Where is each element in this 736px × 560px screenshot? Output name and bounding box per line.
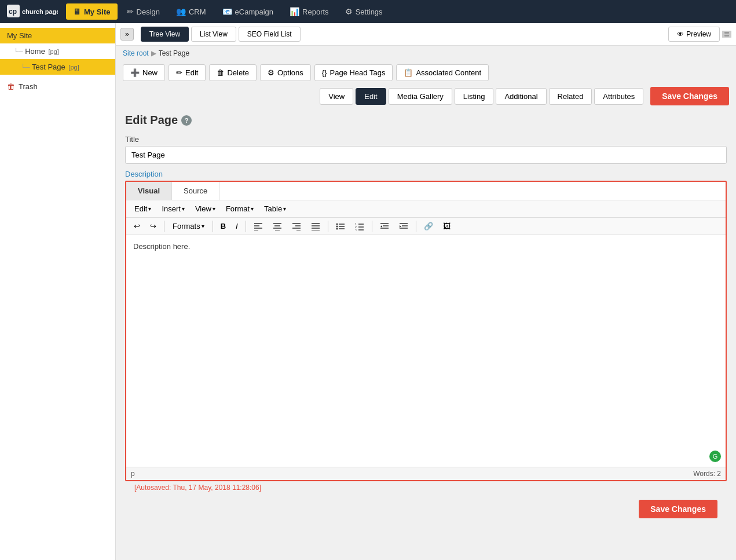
- image-button[interactable]: 🖼: [439, 220, 455, 232]
- preview-button[interactable]: 👁 Preview: [668, 27, 720, 42]
- tab-media-gallery[interactable]: Media Gallery: [389, 88, 452, 105]
- associated-content-icon: 📋: [404, 68, 413, 77]
- unordered-list-button[interactable]: [332, 221, 349, 232]
- main-layout: My Site └─ Home [pg] └─ Test Page [pg] 🗑…: [0, 23, 736, 560]
- toolbar-separator-3: [246, 221, 246, 232]
- svg-text:3.: 3.: [355, 228, 357, 230]
- associated-content-button[interactable]: 📋 Associated Content: [396, 64, 489, 81]
- align-left-button[interactable]: [250, 221, 267, 232]
- editor-word-count: Words: 2: [693, 470, 721, 478]
- undo-button[interactable]: ↩: [130, 220, 144, 232]
- view-tabs-bar: » Tree View List View SEO Field List 👁 P…: [116, 23, 736, 46]
- save-changes-button-bottom[interactable]: Save Changes: [639, 500, 717, 518]
- editor-menu-format[interactable]: Format ▾: [221, 203, 258, 215]
- page-head-tags-button[interactable]: {} Page Head Tags: [314, 64, 393, 81]
- sidebar-label-my-site: My Site: [7, 31, 32, 40]
- tab-attributes[interactable]: Attributes: [594, 88, 643, 105]
- tab-view[interactable]: View: [320, 88, 353, 105]
- align-justify-button[interactable]: [307, 221, 324, 232]
- sidebar-item-my-site[interactable]: My Site: [0, 28, 115, 43]
- new-icon: ➕: [130, 68, 140, 77]
- editor-toolbar-menus: Edit ▾ Insert ▾ View ▾ Format ▾: [126, 200, 726, 218]
- nav-design[interactable]: ✏ Design: [120, 3, 167, 20]
- autosave-bar: [Autosaved: Thu, 17 May, 2018 11:28:06]: [125, 481, 727, 494]
- title-input[interactable]: [125, 146, 727, 164]
- tab-tree-view[interactable]: Tree View: [141, 27, 189, 42]
- new-button[interactable]: ➕ New: [123, 64, 165, 81]
- scrollbar-handle[interactable]: [722, 31, 731, 38]
- breadcrumb: Site root ▶ Test Page: [116, 46, 736, 61]
- grammarly-icon: G: [709, 451, 721, 462]
- chevron-down-icon: ▾: [202, 223, 204, 229]
- tab-seo-field-list[interactable]: SEO Field List: [239, 27, 301, 42]
- indent-button[interactable]: [395, 221, 412, 232]
- nav-my-site[interactable]: 🖥 My Site: [66, 3, 118, 20]
- svg-text:cp: cp: [9, 8, 17, 16]
- tab-edit[interactable]: Edit: [356, 88, 386, 105]
- outdent-button[interactable]: [376, 221, 393, 232]
- toolbar-separator-6: [416, 221, 416, 232]
- chevron-down-icon: ▾: [148, 206, 151, 212]
- editor-menu-edit[interactable]: Edit ▾: [130, 203, 156, 215]
- page-tabs-row: View Edit Media Gallery Listing Addition…: [116, 85, 736, 108]
- svg-marker-38: [400, 225, 401, 228]
- tab-list-view[interactable]: List View: [191, 27, 236, 42]
- sidebar-item-test-page[interactable]: └─ Test Page [pg]: [0, 59, 115, 75]
- options-icon: ⚙: [268, 68, 274, 77]
- settings-icon: ⚙: [345, 7, 353, 16]
- autosave-text: [Autosaved: Thu, 17 May, 2018 11:28:06]: [134, 484, 261, 492]
- editor-menu-view[interactable]: View ▾: [191, 203, 220, 215]
- options-button[interactable]: ⚙ Options: [260, 64, 311, 81]
- preview-icon: 👁: [677, 30, 684, 38]
- align-center-button[interactable]: [269, 221, 286, 232]
- description-label[interactable]: Description: [125, 170, 727, 178]
- editor-menu-table[interactable]: Table ▾: [259, 203, 291, 215]
- link-button[interactable]: 🔗: [420, 220, 437, 232]
- editor-tab-source[interactable]: Source: [172, 182, 219, 200]
- sidebar-item-trash[interactable]: 🗑 Trash: [0, 77, 115, 96]
- trash-icon: 🗑: [7, 82, 15, 91]
- toolbar-separator-5: [372, 221, 372, 232]
- top-navigation: cp church pages 🖥 My Site ✏ Design 👥 CRM…: [0, 0, 736, 23]
- collapse-button[interactable]: »: [120, 28, 134, 41]
- formats-dropdown[interactable]: Formats ▾: [168, 220, 209, 232]
- chevron-down-icon: ▾: [182, 206, 185, 212]
- italic-button[interactable]: I: [232, 220, 242, 232]
- nav-ecampaign[interactable]: 📧 eCampaign: [215, 3, 281, 20]
- save-changes-button-top[interactable]: Save Changes: [650, 87, 729, 105]
- editor-statusbar: p Words: 2: [126, 467, 726, 480]
- tab-additional[interactable]: Additional: [496, 88, 546, 105]
- tab-related[interactable]: Related: [549, 88, 592, 105]
- bottom-save-row: Save Changes: [125, 494, 727, 524]
- delete-icon: 🗑: [217, 68, 224, 77]
- tab-listing[interactable]: Listing: [455, 88, 494, 105]
- chevron-down-icon: ▾: [251, 206, 254, 212]
- page-head-tags-icon: {}: [322, 68, 327, 77]
- editor-menu-insert[interactable]: Insert ▾: [157, 203, 189, 215]
- editor-content[interactable]: Description here. G: [126, 235, 726, 467]
- sidebar-item-home[interactable]: └─ Home [pg]: [0, 43, 115, 59]
- sidebar-label-home: Home: [25, 47, 45, 56]
- breadcrumb-root[interactable]: Site root: [123, 49, 149, 57]
- editor-tag: p: [131, 470, 135, 478]
- breadcrumb-arrow: ▶: [151, 49, 156, 57]
- ordered-list-button[interactable]: 1.2.3.: [351, 221, 368, 232]
- edit-button[interactable]: ✏ Edit: [169, 64, 206, 81]
- edit-page-header: Edit Page ?: [125, 114, 727, 127]
- redo-button[interactable]: ↪: [146, 220, 160, 232]
- toolbar-separator-1: [164, 221, 164, 232]
- svg-point-21: [336, 225, 338, 227]
- nav-crm[interactable]: 👥 CRM: [169, 3, 213, 20]
- nav-settings[interactable]: ⚙ Settings: [338, 3, 390, 20]
- editor-tabs: Visual Source: [126, 182, 726, 200]
- info-icon[interactable]: ?: [181, 115, 192, 126]
- align-right-button[interactable]: [288, 221, 305, 232]
- svg-text:church pages: church pages: [22, 8, 58, 15]
- svg-point-23: [336, 228, 338, 229]
- editor-tab-visual[interactable]: Visual: [126, 182, 172, 200]
- delete-button[interactable]: 🗑 Delete: [209, 64, 257, 81]
- nav-reports[interactable]: 📊 Reports: [283, 3, 336, 20]
- bold-button[interactable]: B: [217, 220, 230, 232]
- editor-text: Description here.: [133, 242, 719, 251]
- reports-icon: 📊: [290, 7, 299, 16]
